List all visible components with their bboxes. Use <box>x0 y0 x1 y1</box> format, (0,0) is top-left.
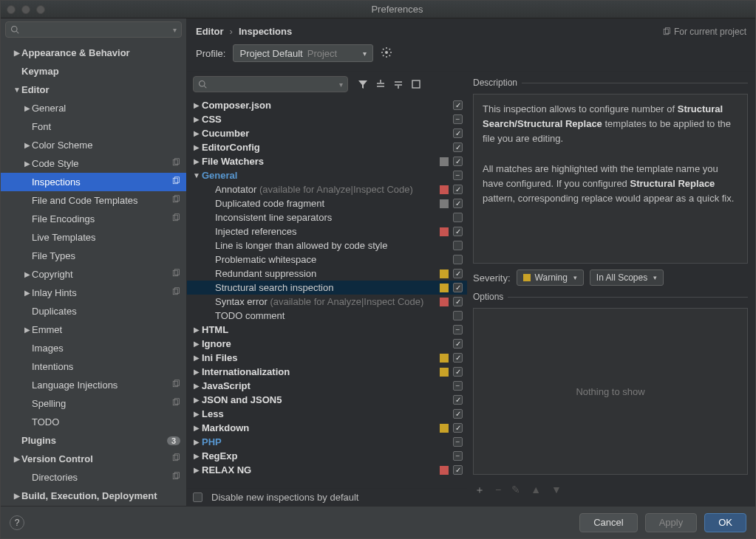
inspection-checkbox[interactable] <box>453 213 463 222</box>
inspection-structural-search-inspection[interactable]: Structural search inspection <box>187 281 467 295</box>
inspection-composer-json[interactable]: ▶Composer.json <box>187 98 467 112</box>
scope-combo[interactable]: In All Scopes ▾ <box>590 270 664 286</box>
inspection-checkbox[interactable] <box>453 297 463 306</box>
inspection-checkbox[interactable] <box>453 423 463 433</box>
inspection-duplicated-code-fragment[interactable]: Duplicated code fragment <box>187 196 467 210</box>
minimize-icon[interactable] <box>21 5 30 14</box>
inspection-checkbox[interactable] <box>453 269 463 278</box>
inspection-checkbox[interactable] <box>453 395 463 405</box>
severity-combo[interactable]: Warning ▾ <box>517 270 584 286</box>
inspection-ignore[interactable]: ▶Ignore <box>187 337 467 351</box>
sidebar-item-spelling[interactable]: Spelling <box>1 394 186 413</box>
inspection-syntax-error[interactable]: Syntax error (available for Analyze|Insp… <box>187 295 467 309</box>
inspection-injected-references[interactable]: Injected references <box>187 224 467 238</box>
up-icon[interactable]: ▲ <box>531 484 541 497</box>
sidebar-item-build-execution-deployment[interactable]: ▶Build, Execution, Deployment <box>1 487 186 505</box>
inspection-checkbox[interactable] <box>453 157 463 166</box>
traffic-lights[interactable] <box>7 5 45 14</box>
sidebar-item-editor[interactable]: ▼Editor <box>1 80 186 99</box>
sidebar-item-directories[interactable]: Directories <box>1 468 186 487</box>
sidebar-item-language-injections[interactable]: Language Injections <box>1 376 186 394</box>
inspection-file-watchers[interactable]: ▶File Watchers <box>187 154 467 168</box>
sidebar-item-intentions[interactable]: Intentions <box>1 357 186 376</box>
inspection-checkbox[interactable] <box>453 114 463 124</box>
inspection-checkbox[interactable] <box>453 185 463 194</box>
inspection-markdown[interactable]: ▶Markdown <box>187 421 467 435</box>
inspection-inconsistent-line-separators[interactable]: Inconsistent line separators <box>187 210 467 224</box>
sidebar-item-color-scheme[interactable]: ▶Color Scheme <box>1 136 186 154</box>
close-icon[interactable] <box>7 5 16 14</box>
inspection-redundant-suppression[interactable]: Redundant suppression <box>187 267 467 281</box>
sidebar-item-file-encodings[interactable]: File Encodings <box>1 210 186 228</box>
inspection-checkbox[interactable] <box>453 100 463 110</box>
sidebar-item-plugins[interactable]: Plugins3 <box>1 431 186 450</box>
sidebar-item-live-templates[interactable]: Live Templates <box>1 228 186 247</box>
reset-icon[interactable] <box>410 78 422 90</box>
down-icon[interactable]: ▼ <box>551 484 562 497</box>
sidebar-item-duplicates[interactable]: Duplicates <box>1 302 186 320</box>
sidebar-item-file-types[interactable]: File Types <box>1 247 186 265</box>
expand-all-icon[interactable] <box>375 78 386 90</box>
inspection-annotator[interactable]: Annotator (available for Analyze|Inspect… <box>187 182 467 196</box>
sidebar-search[interactable]: ▾ <box>5 21 182 38</box>
sidebar-item-general[interactable]: ▶General <box>1 99 186 117</box>
gear-icon[interactable] <box>381 47 392 61</box>
sidebar-item-file-and-code-templates[interactable]: File and Code Templates <box>1 191 186 210</box>
inspections-search[interactable]: ▾ <box>193 76 348 92</box>
sidebar-item-inlay-hints[interactable]: ▶Inlay Hints <box>1 284 186 302</box>
remove-icon[interactable]: − <box>495 484 501 497</box>
inspection-problematic-whitespace[interactable]: Problematic whitespace <box>187 253 467 267</box>
profile-combo[interactable]: Project Default Project ▾ <box>233 44 373 62</box>
inspection-editorconfig[interactable]: ▶EditorConfig <box>187 140 467 154</box>
inspection-checkbox[interactable] <box>453 171 463 180</box>
inspection-checkbox[interactable] <box>453 227 463 236</box>
sidebar-item-images[interactable]: Images <box>1 339 186 357</box>
inspection-checkbox[interactable] <box>453 199 463 208</box>
inspection-javascript[interactable]: ▶JavaScript <box>187 379 467 393</box>
inspection-checkbox[interactable] <box>453 465 463 475</box>
inspection-checkbox[interactable] <box>453 367 463 377</box>
inspection-cucumber[interactable]: ▶Cucumber <box>187 126 467 140</box>
inspection-general[interactable]: ▼General <box>187 168 467 182</box>
inspection-css[interactable]: ▶CSS <box>187 112 467 126</box>
zoom-icon[interactable] <box>36 5 45 14</box>
inspection-html[interactable]: ▶HTML <box>187 323 467 337</box>
inspection-line-is-longer-than-allowed-by-code-style[interactable]: Line is longer than allowed by code styl… <box>187 238 467 253</box>
collapse-all-icon[interactable] <box>392 78 404 90</box>
edit-icon[interactable]: ✎ <box>511 484 520 497</box>
inspection-checkbox[interactable] <box>453 255 463 264</box>
sidebar-item-copyright[interactable]: ▶Copyright <box>1 265 186 284</box>
filter-icon[interactable] <box>357 78 369 90</box>
inspection-checkbox[interactable] <box>453 283 463 292</box>
add-icon[interactable]: ＋ <box>474 484 485 497</box>
help-button[interactable]: ? <box>10 515 24 530</box>
inspection-checkbox[interactable] <box>453 409 463 419</box>
inspection-checkbox[interactable] <box>453 437 463 447</box>
sidebar-item-inspections[interactable]: Inspections <box>1 173 186 191</box>
inspection-checkbox[interactable] <box>453 353 463 363</box>
disable-new-inspections-checkbox[interactable] <box>193 492 202 502</box>
inspection-ini-files[interactable]: ▶Ini Files <box>187 351 467 365</box>
sidebar-item-appearance-behavior[interactable]: ▶Appearance & Behavior <box>1 44 186 62</box>
inspection-checkbox[interactable] <box>453 241 463 250</box>
inspection-todo-comment[interactable]: TODO comment <box>187 309 467 323</box>
inspection-php[interactable]: ▶PHP <box>187 435 467 449</box>
inspection-checkbox[interactable] <box>453 381 463 391</box>
cancel-button[interactable]: Cancel <box>579 513 637 532</box>
inspection-less[interactable]: ▶Less <box>187 407 467 421</box>
inspection-json-and-json5[interactable]: ▶JSON and JSON5 <box>187 393 467 407</box>
sidebar-item-todo[interactable]: TODO <box>1 413 186 431</box>
inspection-checkbox[interactable] <box>453 325 463 334</box>
inspection-relax-ng[interactable]: ▶RELAX NG <box>187 463 467 477</box>
sidebar-item-code-style[interactable]: ▶Code Style <box>1 154 186 173</box>
inspection-checkbox[interactable] <box>453 451 463 461</box>
inspection-checkbox[interactable] <box>453 143 463 152</box>
sidebar-item-keymap[interactable]: Keymap <box>1 62 186 80</box>
inspection-checkbox[interactable] <box>453 311 463 320</box>
inspection-regexp[interactable]: ▶RegExp <box>187 449 467 463</box>
sidebar-item-font[interactable]: Font <box>1 117 186 136</box>
inspection-checkbox[interactable] <box>453 339 463 349</box>
inspection-checkbox[interactable] <box>453 128 463 138</box>
sidebar-item-emmet[interactable]: ▶Emmet <box>1 320 186 339</box>
sidebar-item-version-control[interactable]: ▶Version Control <box>1 450 186 468</box>
